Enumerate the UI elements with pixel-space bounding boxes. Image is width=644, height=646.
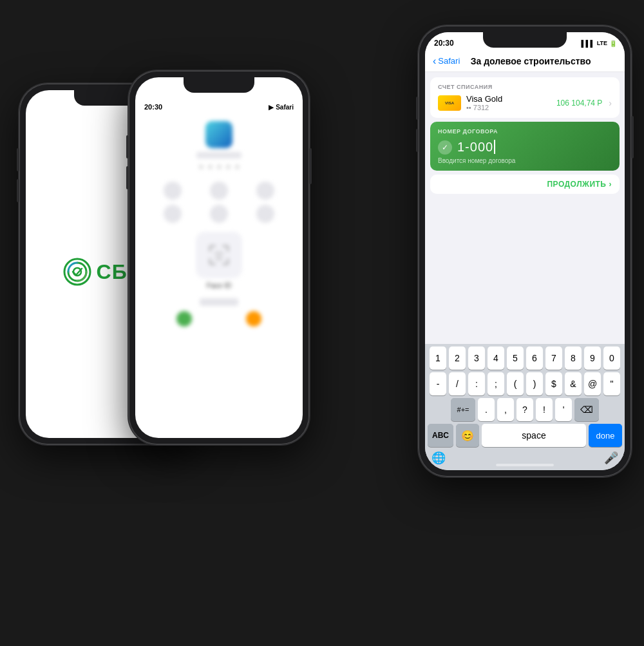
face-id-icon <box>207 243 231 267</box>
key-4[interactable]: 4 <box>488 347 504 370</box>
key-7[interactable]: 7 <box>545 347 562 370</box>
blurred-row-4 <box>143 309 295 329</box>
back-button[interactable]: ‹ Safari <box>433 55 460 67</box>
card-info: Visa Gold •• 7312 <box>466 94 551 111</box>
pin-content-blurred: ★ ★ ★ ★ ★ <box>135 115 303 438</box>
key-1[interactable]: 1 <box>430 347 446 370</box>
key-5[interactable]: 5 <box>507 347 524 370</box>
continue-button[interactable]: ПРОДОЛЖИТЬ › <box>547 180 612 189</box>
check-circle-icon: ✓ <box>438 140 452 155</box>
contract-section-label: НОМЕР ДОГОВОРА <box>438 128 612 135</box>
phone-3-screen: 20:30 ▌▌▌ LTE 🔋 ‹ Safari За долевое стро… <box>425 32 625 470</box>
pin-status-bar: 20:30 ▶ Safari <box>135 97 303 115</box>
blurred-row-3 <box>143 296 295 309</box>
back-chevron-icon: ‹ <box>433 55 436 67</box>
key-6[interactable]: 6 <box>526 347 543 370</box>
pin-status-icons: ▶ Safari <box>269 104 294 111</box>
key-question[interactable]: ? <box>516 398 533 421</box>
key-comma[interactable]: , <box>497 398 514 421</box>
payment-content: СЧЕТ СПИСАНИЯ VISA Visa Gold •• 7312 106… <box>425 72 625 470</box>
payment-screen: 20:30 ▌▌▌ LTE 🔋 ‹ Safari За долевое стро… <box>425 32 625 470</box>
spacer <box>425 194 625 344</box>
phone-2: 20:30 ▶ Safari ★ ★ ★ ★ ★ <box>129 71 309 444</box>
key-space[interactable]: space <box>482 424 586 447</box>
visa-gold-icon: VISA <box>438 95 461 111</box>
account-section-label: СЧЕТ СПИСАНИЯ <box>438 84 612 90</box>
key-abc[interactable]: ABC <box>428 424 453 447</box>
blurred-row-1 <box>143 179 295 202</box>
back-label: Safari <box>438 56 460 66</box>
key-colon[interactable]: : <box>468 372 485 395</box>
card-number: •• 7312 <box>466 104 551 111</box>
card-balance: 106 104,74 Р <box>556 99 602 108</box>
key-globe[interactable]: 🌐 <box>431 451 446 465</box>
home-indicator-2 <box>190 432 248 434</box>
key-dash[interactable]: - <box>430 372 446 395</box>
nav-bar: ‹ Safari За долевое строительство <box>425 50 625 72</box>
key-mic[interactable]: 🎤 <box>604 451 618 465</box>
status-time: 20:30 <box>434 39 454 48</box>
key-backspace[interactable]: ⌫ <box>574 398 599 421</box>
face-id-box[interactable] <box>196 232 242 278</box>
keyboard-row-symbols: - / : ; ( ) $ & @ " <box>428 372 622 395</box>
face-id-label: Face ID <box>207 281 232 289</box>
continue-arrow-icon: › <box>609 180 612 189</box>
cursor <box>494 140 495 154</box>
keyboard[interactable]: 1 2 3 4 5 6 7 8 9 0 <box>425 344 625 470</box>
contract-value: 1-000 <box>457 140 493 154</box>
key-9[interactable]: 9 <box>584 347 601 370</box>
keyboard-row-bottom: ABC 😊 space done <box>428 424 622 447</box>
card-row[interactable]: VISA Visa Gold •• 7312 106 104,74 Р › <box>438 94 612 111</box>
pin-time: 20:30 <box>144 103 162 111</box>
contract-input-row[interactable]: ✓ 1-000 <box>438 140 612 155</box>
notch-2 <box>184 77 254 93</box>
phone-3: 20:30 ▌▌▌ LTE 🔋 ‹ Safari За долевое стро… <box>419 26 631 477</box>
blurred-app-name <box>196 152 242 158</box>
key-0[interactable]: 0 <box>603 347 620 370</box>
continue-row: ПРОДОЛЖИТЬ › <box>430 175 620 194</box>
key-at[interactable]: @ <box>584 372 601 395</box>
face-id-section[interactable]: Face ID <box>196 232 242 289</box>
keyboard-row-numbers: 1 2 3 4 5 6 7 8 9 0 <box>428 347 622 370</box>
blurred-row-2 <box>143 202 295 225</box>
account-section: СЧЕТ СПИСАНИЯ VISA Visa Gold •• 7312 106… <box>430 77 620 118</box>
key-rparen[interactable]: ) <box>526 372 543 395</box>
key-period[interactable]: . <box>478 398 495 421</box>
home-indicator-1 <box>80 432 138 434</box>
key-3[interactable]: 3 <box>468 347 485 370</box>
signal-icon: ▌▌▌ <box>581 40 594 47</box>
contract-input-text[interactable]: 1-000 <box>457 140 495 155</box>
key-exclaim[interactable]: ! <box>536 398 553 421</box>
key-slash[interactable]: / <box>449 372 466 395</box>
blurred-app-icon <box>205 121 232 148</box>
contract-section: НОМЕР ДОГОВОРА ✓ 1-000 Вводится номер до… <box>430 122 620 171</box>
phones-container: СБЕР 20:30 ▶ Safari <box>0 0 644 646</box>
notch-3 <box>483 32 567 48</box>
phone-2-screen: 20:30 ▶ Safari ★ ★ ★ ★ ★ <box>135 77 303 438</box>
key-amp[interactable]: & <box>565 372 582 395</box>
continue-label: ПРОДОЛЖИТЬ <box>547 180 606 189</box>
key-quote[interactable]: " <box>603 372 620 395</box>
key-8[interactable]: 8 <box>565 347 582 370</box>
key-apostrophe[interactable]: ' <box>555 398 572 421</box>
pin-screen: 20:30 ▶ Safari ★ ★ ★ ★ ★ <box>135 77 303 438</box>
keyboard-row-third: #+= . , ? ! ' ⌫ <box>428 398 622 421</box>
nav-title: За долевое строительство <box>460 56 601 66</box>
key-done[interactable]: done <box>589 424 622 447</box>
status-icons: ▌▌▌ LTE 🔋 <box>581 40 617 47</box>
battery-icon: 🔋 <box>609 40 617 47</box>
key-dollar[interactable]: $ <box>545 372 562 395</box>
key-semicolon[interactable]: ; <box>488 372 504 395</box>
sber-logo-icon <box>63 258 91 286</box>
key-2[interactable]: 2 <box>449 347 466 370</box>
home-indicator-3 <box>496 464 554 466</box>
key-emoji[interactable]: 😊 <box>456 424 479 447</box>
card-name: Visa Gold <box>466 94 551 104</box>
lte-icon: LTE <box>597 40 607 46</box>
key-lparen[interactable]: ( <box>507 372 524 395</box>
contract-hint: Вводится номер договора <box>438 157 612 164</box>
svg-point-2 <box>215 252 217 254</box>
svg-point-3 <box>222 252 223 254</box>
key-hashtag[interactable]: #+= <box>451 398 475 421</box>
card-chevron-icon: › <box>609 98 612 108</box>
